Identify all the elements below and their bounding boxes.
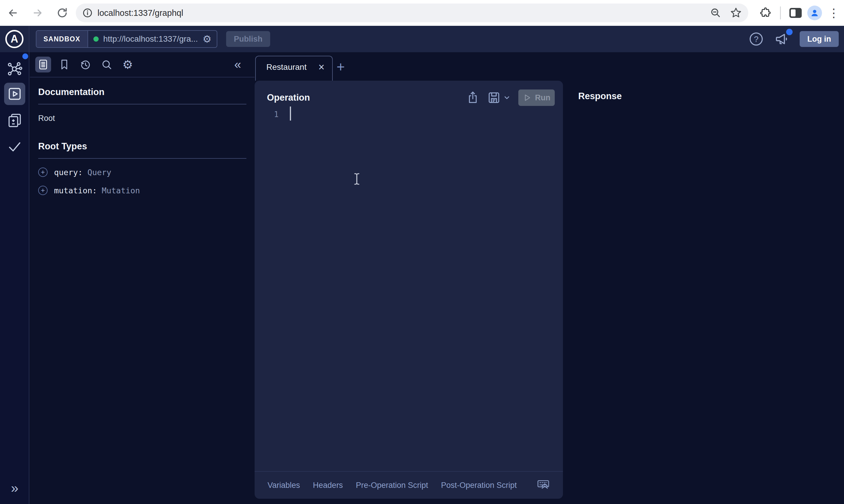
response-title: Response	[563, 52, 844, 102]
field-type[interactable]: Mutation	[102, 186, 140, 195]
settings-gear-icon[interactable]: ⚙	[120, 57, 136, 72]
operation-tab[interactable]: Restaurant ×	[255, 56, 333, 81]
help-icon[interactable]: ?	[748, 31, 764, 47]
operation-panel: Operation Run	[255, 81, 563, 499]
login-button[interactable]: Log in	[800, 31, 839, 47]
operation-title: Operation	[267, 92, 310, 103]
query-editor[interactable]: 1	[255, 106, 563, 440]
zoom-out-icon[interactable]	[710, 7, 721, 18]
endpoint-selector[interactable]: SANDBOX http://localhost:1337/gra... ⚙	[36, 30, 217, 48]
divider	[38, 104, 246, 105]
documentation-tab-icon[interactable]	[35, 57, 51, 72]
site-info-icon[interactable]	[82, 7, 93, 18]
root-type-row-mutation[interactable]: + mutation: Mutation	[38, 186, 246, 195]
left-rail: »	[0, 52, 29, 504]
line-number: 1	[274, 110, 279, 119]
side-panel-icon[interactable]	[787, 4, 804, 22]
field-name[interactable]: mutation:	[54, 186, 97, 195]
share-operation-icon[interactable]	[466, 91, 480, 105]
back-icon[interactable]	[4, 4, 22, 22]
tab-title: Restaurant	[266, 62, 307, 72]
text-caret	[290, 107, 291, 121]
save-operation-icon[interactable]	[487, 91, 501, 105]
browser-menu-icon[interactable]: ⋮	[825, 4, 843, 22]
root-types-title: Root Types	[38, 141, 246, 152]
endpoint-url[interactable]: http://localhost:1337/gra...	[103, 34, 198, 44]
apollo-logo[interactable]: A	[0, 26, 29, 52]
root-type-row-query[interactable]: + query: Query	[38, 167, 246, 177]
schema-notification-dot	[22, 53, 28, 59]
connection-status-dot	[93, 36, 99, 42]
svg-text:?: ?	[754, 35, 759, 44]
publish-button[interactable]: Publish	[226, 31, 270, 47]
main-area: » ⚙ « Documentation	[0, 52, 844, 504]
docs-toolbar: ⚙ «	[30, 52, 255, 77]
announcements-icon[interactable]	[774, 31, 790, 47]
expand-footer-icon[interactable]	[539, 480, 550, 490]
bookmarks-icon[interactable]	[56, 57, 72, 72]
browser-toolbar: localhost:1337/graphql ⋮	[0, 0, 844, 26]
browser-actions: ⋮	[757, 4, 843, 22]
editor-footer: Variables Headers Pre-Operation Script P…	[255, 471, 563, 499]
tab-headers[interactable]: Headers	[313, 481, 343, 490]
sandbox-badge: SANDBOX	[36, 31, 88, 47]
field-name[interactable]: query:	[54, 168, 83, 177]
field-type[interactable]: Query	[87, 168, 111, 177]
connection-settings-icon[interactable]: ⚙	[203, 34, 211, 44]
checks-icon[interactable]	[0, 139, 29, 154]
play-icon	[523, 93, 532, 102]
add-field-icon[interactable]: +	[38, 186, 48, 195]
changelog-icon[interactable]	[0, 112, 29, 128]
save-options-chevron-icon[interactable]	[503, 94, 511, 102]
search-icon[interactable]	[99, 57, 115, 72]
root-link[interactable]: Root	[38, 114, 246, 123]
close-tab-icon[interactable]: ×	[318, 62, 325, 72]
toolbar-divider	[780, 6, 781, 19]
bookmark-star-icon[interactable]	[730, 7, 742, 19]
documentation-title: Documentation	[38, 87, 246, 97]
notification-dot	[786, 29, 793, 35]
run-label: Run	[535, 93, 550, 102]
reload-icon[interactable]	[53, 4, 71, 22]
explorer-nav-active[interactable]	[4, 83, 25, 105]
expand-rail-icon[interactable]: »	[0, 480, 29, 496]
explorer-icon	[7, 86, 22, 102]
documentation-panel: ⚙ « Documentation Root Root Types + quer…	[30, 52, 255, 504]
logo-letter: A	[11, 33, 18, 45]
tab-variables[interactable]: Variables	[268, 481, 300, 490]
mouse-cursor	[352, 173, 362, 185]
profile-avatar[interactable]	[807, 5, 822, 20]
app-header: A SANDBOX http://localhost:1337/gra... ⚙…	[0, 26, 844, 52]
history-icon[interactable]	[77, 57, 93, 72]
response-panel: Response	[563, 52, 844, 504]
schema-graph-icon[interactable]	[0, 61, 29, 77]
divider	[38, 158, 246, 159]
new-tab-icon[interactable]: +	[337, 59, 345, 75]
tab-pre-operation-script[interactable]: Pre-Operation Script	[356, 481, 428, 490]
extensions-icon[interactable]	[757, 4, 774, 22]
address-bar[interactable]: localhost:1337/graphql	[76, 3, 748, 22]
forward-icon	[29, 4, 47, 22]
collapse-panel-icon[interactable]: «	[234, 57, 241, 72]
add-field-icon[interactable]: +	[38, 167, 48, 177]
tab-post-operation-script[interactable]: Post-Operation Script	[441, 481, 517, 490]
run-button[interactable]: Run	[518, 89, 555, 106]
url-text[interactable]: localhost:1337/graphql	[98, 8, 710, 18]
app-screen: localhost:1337/graphql ⋮ A SANDBOX	[0, 0, 844, 504]
